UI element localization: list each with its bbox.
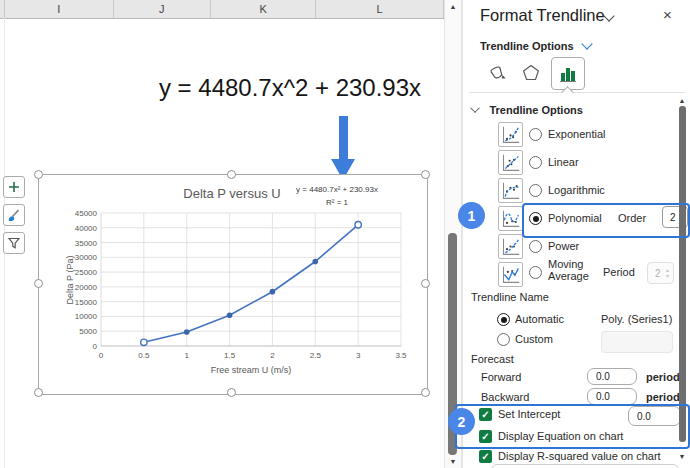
section-collapse-chevron-icon	[470, 103, 480, 113]
pane-options-chevron-icon[interactable]	[603, 10, 614, 21]
svg-text:45000: 45000	[75, 209, 98, 218]
forward-input[interactable]	[587, 368, 637, 385]
svg-text:1.5: 1.5	[224, 351, 236, 360]
pentagon-icon	[521, 63, 541, 83]
scroll-down-arrow-icon[interactable]: ▼	[445, 457, 461, 467]
exponential-radio[interactable]	[529, 128, 542, 141]
svg-text:0.5: 0.5	[138, 351, 150, 360]
polynomial-radio[interactable]	[529, 212, 542, 225]
automatic-label[interactable]: Automatic	[515, 313, 564, 325]
spinner-down-icon: ▾	[666, 273, 669, 279]
trendline-chart[interactable]: 00.511.522.533.5050001000015000200002500…	[39, 175, 427, 394]
linear-label[interactable]: Linear	[548, 156, 579, 168]
set-intercept-checkbox[interactable]: ✓	[479, 408, 492, 421]
column-header-I[interactable]: I	[5, 0, 114, 18]
svg-text:40000: 40000	[75, 224, 98, 233]
svg-text:Delta P (Pa): Delta P (Pa)	[65, 256, 75, 305]
power-mini-chart-icon	[498, 234, 523, 259]
trendline-options-section-header[interactable]: Trendline Options	[471, 100, 583, 118]
forecast-header: Forecast	[471, 353, 514, 365]
format-trendline-pane: Format Trendline × Trendline Options	[462, 0, 690, 468]
chart-handle-bottom-center[interactable]	[227, 388, 236, 397]
scroll-up-arrow-icon[interactable]: ▲	[445, 2, 461, 12]
moving-average-mini-chart-icon	[498, 262, 523, 287]
period-value: 2	[655, 268, 661, 279]
chart-handle-top-left[interactable]	[34, 170, 43, 179]
close-icon[interactable]: ×	[663, 6, 672, 23]
power-label[interactable]: Power	[548, 240, 579, 252]
custom-name-input	[601, 331, 673, 353]
paint-bucket-icon	[487, 63, 507, 83]
custom-label[interactable]: Custom	[515, 333, 553, 345]
linear-mini-chart-icon	[498, 150, 523, 175]
linear-radio[interactable]	[529, 156, 542, 169]
annotation-badge-1: 1	[458, 202, 485, 229]
display-equation-checkbox[interactable]: ✓	[479, 430, 492, 443]
section-header-label: Trendline Options	[489, 104, 583, 116]
moving-average-label[interactable]: Moving Average	[548, 258, 600, 282]
order-label: Order	[618, 212, 646, 224]
worksheet-area: I J K L y = 4480.7x^2 + 230.93x 00.511.5…	[0, 0, 444, 468]
plus-icon	[7, 180, 21, 194]
logarithmic-label[interactable]: Logarithmic	[548, 184, 605, 196]
moving-average-radio[interactable]	[529, 266, 542, 279]
svg-text:0: 0	[99, 351, 104, 360]
chart-handle-bottom-right[interactable]	[421, 388, 430, 397]
chart-object[interactable]: 00.511.522.533.5050001000015000200002500…	[38, 174, 428, 395]
down-arrow-annotation	[339, 116, 348, 160]
trendline-options-tab[interactable]	[551, 57, 585, 90]
tool-options-label: Trendline Options	[480, 40, 574, 52]
svg-text:1: 1	[184, 351, 189, 360]
chart-styles-button[interactable]	[3, 204, 25, 226]
backward-input[interactable]	[587, 388, 637, 405]
funnel-icon	[7, 236, 21, 250]
svg-text:2.5: 2.5	[310, 351, 322, 360]
pane-scroll-up-icon[interactable]: ▲	[674, 96, 690, 106]
svg-text:Delta P versus U: Delta P versus U	[183, 186, 280, 201]
chart-handle-top-center[interactable]	[227, 170, 236, 179]
logarithmic-mini-chart-icon	[498, 178, 523, 203]
display-equation-label[interactable]: Display Equation on chart	[498, 430, 623, 442]
partial-bottom-element	[491, 464, 679, 468]
svg-text:3: 3	[356, 351, 361, 360]
chart-handle-mid-right[interactable]	[421, 279, 430, 288]
period-label: Period	[603, 266, 635, 278]
pane-scrollbar-thumb[interactable]	[679, 106, 686, 442]
chevron-down-icon	[581, 38, 592, 49]
trendline-name-header: Trendline Name	[471, 291, 549, 303]
column-header-K[interactable]: K	[211, 0, 316, 18]
effects-tab[interactable]	[521, 63, 541, 87]
chart-handle-bottom-left[interactable]	[34, 388, 43, 397]
chart-elements-button[interactable]	[3, 176, 25, 198]
display-r-squared-checkbox[interactable]: ✓	[479, 450, 492, 463]
chart-handle-top-right[interactable]	[421, 170, 430, 179]
exponential-label[interactable]: Exponential	[548, 128, 606, 140]
svg-text:5000: 5000	[79, 327, 97, 336]
chart-filters-button[interactable]	[3, 232, 25, 254]
polynomial-label[interactable]: Polynomial	[548, 212, 602, 224]
annotation-badge-2: 2	[448, 408, 475, 435]
set-intercept-label[interactable]: Set Intercept	[498, 408, 560, 420]
logarithmic-radio[interactable]	[529, 184, 542, 197]
automatic-radio[interactable]	[497, 313, 510, 326]
column-header-J[interactable]: J	[114, 0, 211, 18]
svg-text:10000: 10000	[75, 312, 98, 321]
bar-chart-icon	[558, 64, 578, 84]
tool-options-dropdown[interactable]: Trendline Options	[480, 40, 591, 52]
custom-radio[interactable]	[497, 333, 510, 346]
display-r-squared-label[interactable]: Display R-squared value on chart	[498, 450, 661, 462]
column-header-L[interactable]: L	[316, 0, 444, 18]
polynomial-mini-chart-icon	[498, 206, 523, 231]
forward-label: Forward	[481, 371, 521, 383]
pane-title: Format Trendline	[480, 6, 605, 25]
pane-scroll-down-icon[interactable]: ▼	[674, 452, 690, 462]
fill-line-tab[interactable]	[487, 63, 507, 87]
svg-text:y = 4480.7x² + 230.93x: y = 4480.7x² + 230.93x	[296, 185, 378, 194]
order-value: 2	[670, 212, 676, 223]
chart-handle-mid-left[interactable]	[34, 279, 43, 288]
equation-callout-text: y = 4480.7x^2 + 230.93x	[128, 74, 452, 102]
exponential-mini-chart-icon	[498, 122, 523, 147]
power-radio[interactable]	[529, 240, 542, 253]
intercept-input[interactable]	[628, 406, 681, 426]
paintbrush-icon	[7, 208, 21, 222]
